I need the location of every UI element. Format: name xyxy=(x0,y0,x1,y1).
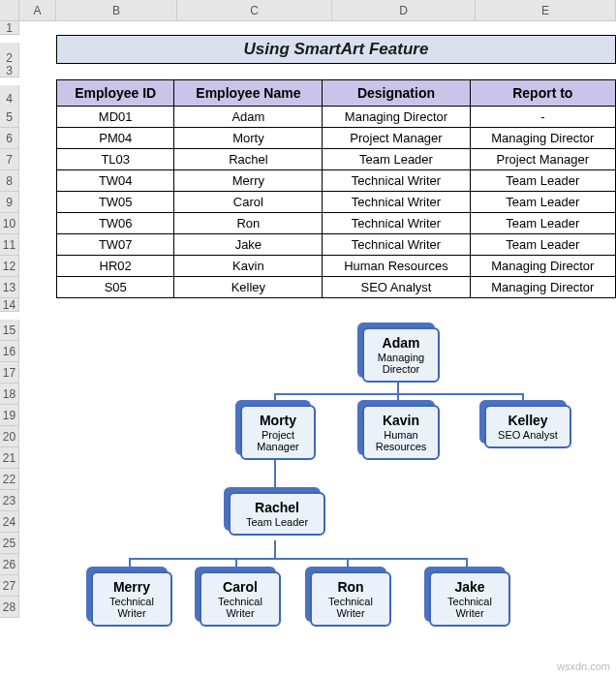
row-header-26[interactable]: 26 xyxy=(0,554,19,575)
table-cell[interactable]: Rachel xyxy=(174,149,323,170)
table-cell[interactable]: Team Leader xyxy=(470,170,615,192)
row-header-16[interactable]: 16 xyxy=(0,341,19,362)
table-cell[interactable]: - xyxy=(470,107,615,128)
table-cell[interactable]: Merry xyxy=(174,170,323,192)
th-employee-name[interactable]: Employee Name xyxy=(174,80,323,107)
row-header-12[interactable]: 12 xyxy=(0,256,19,277)
row-header-7[interactable]: 7 xyxy=(0,149,19,170)
row-header-9[interactable]: 9 xyxy=(0,192,19,213)
row-header-19[interactable]: 19 xyxy=(0,405,19,426)
row-header-3[interactable]: 3 xyxy=(0,64,19,77)
table-cell[interactable]: HR02 xyxy=(57,256,174,277)
table-cell[interactable]: Project Manager xyxy=(323,128,470,149)
org-node-rachel[interactable]: Rachel Team Leader xyxy=(229,492,325,536)
col-header-A[interactable]: A xyxy=(19,0,56,21)
table-cell[interactable]: Morty xyxy=(174,128,323,149)
row-header-27[interactable]: 27 xyxy=(0,575,19,597)
row-header-22[interactable]: 22 xyxy=(0,469,19,490)
org-node-ron[interactable]: Ron TechnicalWriter xyxy=(310,571,391,627)
table-cell[interactable]: Managing Director xyxy=(470,277,615,298)
row-header-11[interactable]: 11 xyxy=(0,234,19,256)
org-node-kelley[interactable]: Kelley SEO Analyst xyxy=(484,405,571,448)
row-header-5[interactable]: 5 xyxy=(0,107,19,128)
org-node-carol[interactable]: Carol TechnicalWriter xyxy=(200,571,281,627)
table-cell[interactable]: TW05 xyxy=(57,192,174,213)
table-row: TW05CarolTechnical WriterTeam Leader xyxy=(57,192,616,213)
col-header-B[interactable]: B xyxy=(56,0,177,21)
table-cell[interactable]: Kelley xyxy=(174,277,323,298)
table-cell[interactable]: Technical Writer xyxy=(323,170,470,192)
org-node-jake[interactable]: Jake TechnicalWriter xyxy=(429,571,510,627)
row-header-14[interactable]: 14 xyxy=(0,298,19,312)
table-cell[interactable]: Team Leader xyxy=(323,149,470,170)
table-cell[interactable]: Technical Writer xyxy=(323,234,470,256)
table-cell[interactable]: Jake xyxy=(174,234,323,256)
table-cell[interactable]: PM04 xyxy=(57,128,174,149)
row-header-8[interactable]: 8 xyxy=(0,170,19,192)
th-employee-id[interactable]: Employee ID xyxy=(57,80,174,107)
table-cell[interactable]: Project Manager xyxy=(470,149,615,170)
node-role: TechnicalWriter xyxy=(209,596,271,619)
table-cell[interactable]: Managing Director xyxy=(470,128,615,149)
row-header-20[interactable]: 20 xyxy=(0,426,19,447)
connector xyxy=(274,393,524,395)
table-cell[interactable]: Kavin xyxy=(174,256,323,277)
table-cell[interactable]: MD01 xyxy=(57,107,174,128)
node-name: Morty xyxy=(250,413,306,428)
org-chart[interactable]: Adam ManagingDirector Morty ProjectManag… xyxy=(56,327,616,666)
node-name: Adam xyxy=(372,335,430,351)
node-role: HumanResources xyxy=(372,429,430,452)
row-header-6[interactable]: 6 xyxy=(0,128,19,149)
org-node-merry[interactable]: Merry TechnicalWriter xyxy=(91,571,172,627)
row-header-28[interactable]: 28 xyxy=(0,597,19,618)
table-cell[interactable]: SEO Analyst xyxy=(323,277,470,298)
org-node-kavin[interactable]: Kavin HumanResources xyxy=(362,405,440,460)
table-cell[interactable]: Team Leader xyxy=(470,213,615,234)
col-header-E[interactable]: E xyxy=(476,0,616,21)
table-cell[interactable]: Technical Writer xyxy=(323,192,470,213)
org-node-adam[interactable]: Adam ManagingDirector xyxy=(362,327,440,383)
row-header-1[interactable]: 1 xyxy=(0,21,19,35)
table-cell[interactable]: TW06 xyxy=(57,213,174,234)
connector xyxy=(274,540,276,558)
org-node-morty[interactable]: Morty ProjectManager xyxy=(240,405,316,460)
table-cell[interactable]: Ron xyxy=(174,213,323,234)
row-header-24[interactable]: 24 xyxy=(0,511,19,533)
node-role: ManagingDirector xyxy=(372,352,430,375)
connector xyxy=(466,558,468,571)
col-header-D[interactable]: D xyxy=(332,0,476,21)
table-cell[interactable]: Managing Director xyxy=(323,107,470,128)
table-cell[interactable]: Team Leader xyxy=(470,192,615,213)
node-name: Kelley xyxy=(494,413,562,428)
table-cell[interactable]: TW04 xyxy=(57,170,174,192)
table-cell[interactable]: Carol xyxy=(174,192,323,213)
row-header-25[interactable]: 25 xyxy=(0,533,19,554)
table-cell[interactable]: Adam xyxy=(174,107,323,128)
row-header-15[interactable]: 15 xyxy=(0,320,19,341)
table-cell[interactable]: TW07 xyxy=(57,234,174,256)
table-cell[interactable]: Team Leader xyxy=(470,234,615,256)
table-row: TW06RonTechnical WriterTeam Leader xyxy=(57,213,616,234)
connector xyxy=(274,393,276,405)
table-cell[interactable]: S05 xyxy=(57,277,174,298)
row-header-18[interactable]: 18 xyxy=(0,384,19,405)
row-header-21[interactable]: 21 xyxy=(0,447,19,469)
th-report-to[interactable]: Report to xyxy=(470,80,615,107)
connector xyxy=(129,558,131,571)
node-role: SEO Analyst xyxy=(494,429,562,441)
table-cell[interactable]: Human Resources xyxy=(323,256,470,277)
corner-cell[interactable] xyxy=(0,0,19,21)
th-designation[interactable]: Designation xyxy=(323,80,470,107)
row-header-23[interactable]: 23 xyxy=(0,490,19,511)
column-header-row: A B C D E xyxy=(0,0,616,21)
node-role: TechnicalWriter xyxy=(101,596,163,619)
node-name: Jake xyxy=(439,579,501,595)
col-header-C[interactable]: C xyxy=(177,0,332,21)
row-header-10[interactable]: 10 xyxy=(0,213,19,234)
table-cell[interactable]: Managing Director xyxy=(470,256,615,277)
row-header-17[interactable]: 17 xyxy=(0,362,19,384)
table-cell[interactable]: TL03 xyxy=(57,149,174,170)
table-cell[interactable]: Technical Writer xyxy=(323,213,470,234)
table-row: HR02KavinHuman ResourcesManaging Directo… xyxy=(57,256,616,277)
row-header-13[interactable]: 13 xyxy=(0,277,19,298)
